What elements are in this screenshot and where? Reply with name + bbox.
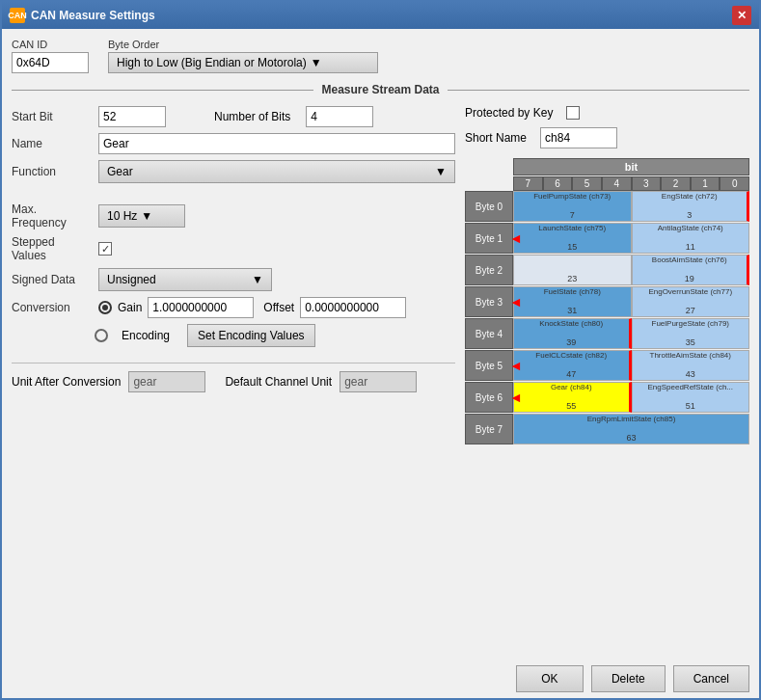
eng-state-cell: EngState (ch72) 3: [632, 191, 750, 222]
content-area: CAN ID Byte Order High to Low (Big Endia…: [2, 29, 759, 658]
eng-rpm-limit-cell: EngRpmLimitState (ch85) 63: [513, 414, 749, 444]
section-header: Measure Stream Data: [12, 79, 749, 100]
chevron-down-icon: ▼: [311, 56, 322, 69]
default-unit-group: Default Channel Unit: [225, 371, 417, 392]
gain-input[interactable]: [148, 297, 254, 318]
byte-0-row: Byte 0 FuelPumpState (ch73) 7 EngState (…: [465, 191, 749, 222]
byte-5-row: ◄ Byte 5 FuelCLCstate (ch82) 47 Throttle…: [465, 350, 749, 381]
encoding-label: Encoding: [122, 329, 170, 342]
byte-3-row: ◄ Byte 3 FuelState (ch78) 31 EngOverrunS…: [465, 286, 749, 317]
frequency-dropdown[interactable]: 10 Hz ▼: [98, 204, 185, 228]
ok-button[interactable]: OK: [516, 665, 584, 692]
byte-7-row: Byte 7 EngRpmLimitState (ch85) 63: [465, 414, 749, 444]
app-icon: CAN: [10, 8, 25, 23]
signed-row: Signed Data Unsigned ▼: [12, 268, 455, 291]
protected-label: Protected by Key: [465, 106, 553, 120]
top-row: CAN ID Byte Order High to Low (Big Endia…: [12, 39, 749, 73]
set-encoding-button[interactable]: Set Encoding Values: [187, 324, 315, 347]
bit-numbers-row: 7 6 5 4 3 2 1 0: [465, 176, 749, 191]
name-row: Name: [12, 133, 455, 154]
bit-grid: bit 7 6 5 4 3 2 1: [465, 158, 749, 445]
main-window: CAN CAN Measure Settings ✕ CAN ID Byte O…: [0, 0, 761, 700]
encoding-radio[interactable]: [95, 329, 108, 342]
antilag-cell: AntilagState (ch74) 11: [632, 223, 750, 254]
bit-1: 1: [691, 176, 720, 191]
short-name-label: Short Name: [465, 131, 527, 145]
cancel-button[interactable]: Cancel: [673, 665, 749, 692]
titlebar: CAN CAN Measure Settings ✕: [2, 2, 759, 29]
chevron-down-icon-2: ▼: [435, 165, 447, 178]
bit-4: 4: [602, 176, 632, 191]
bit-header-label: bit: [625, 161, 638, 173]
conversion-label: Conversion: [12, 301, 89, 314]
function-label: Function: [12, 165, 89, 178]
byte-0-cells: FuelPumpState (ch73) 7 EngState (ch72) 3: [513, 191, 749, 222]
empty-cell-2: 23: [513, 255, 632, 285]
frequency-row: Max. Frequency 10 Hz ▼: [12, 202, 455, 229]
close-button[interactable]: ✕: [732, 6, 751, 25]
can-id-input[interactable]: [12, 52, 89, 73]
unit-after-input[interactable]: [128, 371, 205, 392]
window-title: CAN Measure Settings: [31, 9, 155, 22]
fuel-purge-cell: FuelPurgeState (ch79) 35: [632, 318, 750, 349]
protected-checkbox[interactable]: [566, 106, 580, 120]
byte-7-cells: EngRpmLimitState (ch85) 63: [513, 414, 749, 444]
launch-state-cell: LaunchState (ch75) 15: [513, 223, 632, 254]
byte-4-cells: KnockState (ch80) 39 FuelPurgeState (ch7…: [513, 318, 749, 349]
byte-1-cells: LaunchState (ch75) 15 AntilagState (ch74…: [513, 223, 749, 254]
byte-7-label: Byte 7: [465, 414, 513, 444]
stepped-label: Stepped Values: [12, 235, 89, 262]
numbit-input[interactable]: [306, 106, 373, 127]
numbit-label: Number of Bits: [214, 110, 290, 123]
byte-3-label: Byte 3: [465, 286, 513, 317]
arrow-left-icon: ◄: [509, 230, 523, 246]
gain-radio[interactable]: [98, 301, 112, 314]
byte-2-label: Byte 2: [465, 255, 513, 285]
knock-state-cell: KnockState (ch80) 39: [513, 318, 632, 349]
bit-header-row: bit: [465, 158, 749, 176]
throttle-aim-cell: ThrottleAimState (ch84) 43: [632, 350, 750, 381]
boost-aim-cell: BoostAimState (ch76) 19: [632, 255, 750, 285]
default-unit-input[interactable]: [340, 371, 417, 392]
gain-label: Gain: [118, 301, 142, 314]
footer-buttons: OK Delete Cancel: [2, 658, 759, 698]
startbit-row: Start Bit Number of Bits: [12, 106, 455, 127]
bit-7: 7: [513, 176, 543, 191]
function-dropdown[interactable]: Gear ▼: [98, 160, 455, 183]
byte-1-label: Byte 1: [465, 223, 513, 254]
name-input[interactable]: [98, 133, 455, 154]
byte-6-cells: Gear (ch84) 55 EngSpeedRefState (ch... 5…: [513, 382, 749, 413]
bit-6: 6: [543, 176, 573, 191]
function-row: Function Gear ▼: [12, 160, 455, 183]
byte-2-row: Byte 2 23 BoostAimState (ch76) 19: [465, 255, 749, 285]
right-panel: Protected by Key Short Name bit: [465, 106, 749, 648]
stepped-checkbox[interactable]: [98, 242, 112, 256]
eng-speed-ref-cell: EngSpeedRefState (ch... 51: [632, 382, 750, 413]
gain-row: Gain Offset: [98, 297, 406, 318]
byte-1-row: ◄ Byte 1 LaunchState (ch75) 15 AntilagSt…: [465, 223, 749, 254]
byte-5-cells: FuelCLCstate (ch82) 47 ThrottleAimState …: [513, 350, 749, 381]
byte-0-label: Byte 0: [465, 191, 513, 222]
byte-2-cells: 23 BoostAimState (ch76) 19: [513, 255, 749, 285]
offset-label: Offset: [263, 301, 294, 314]
titlebar-left: CAN CAN Measure Settings: [10, 8, 155, 23]
arrow-left-icon-6: ◄: [509, 390, 523, 405]
signed-dropdown[interactable]: Unsigned ▼: [98, 268, 272, 291]
main-area: Start Bit Number of Bits Name Function G…: [12, 106, 749, 648]
stepped-row: Stepped Values: [12, 235, 455, 262]
conversion-row: Conversion Gain Offset: [12, 297, 455, 318]
signed-label: Signed Data: [12, 273, 89, 286]
startbit-input[interactable]: [98, 106, 166, 127]
short-name-input[interactable]: [540, 127, 617, 148]
arrow-left-icon-3: ◄: [509, 294, 523, 310]
bit-3: 3: [632, 176, 662, 191]
delete-button[interactable]: Delete: [591, 665, 666, 692]
default-unit-label: Default Channel Unit: [225, 375, 332, 389]
byte-order-dropdown[interactable]: High to Low (Big Endian or Motorola) ▼: [108, 52, 378, 73]
short-name-row: Short Name: [465, 127, 749, 148]
offset-input[interactable]: [300, 297, 406, 318]
bit-0: 0: [720, 176, 749, 191]
byte-order-label: Byte Order: [108, 39, 378, 50]
left-panel: Start Bit Number of Bits Name Function G…: [12, 106, 455, 648]
encoding-row: Encoding Set Encoding Values: [95, 324, 455, 347]
